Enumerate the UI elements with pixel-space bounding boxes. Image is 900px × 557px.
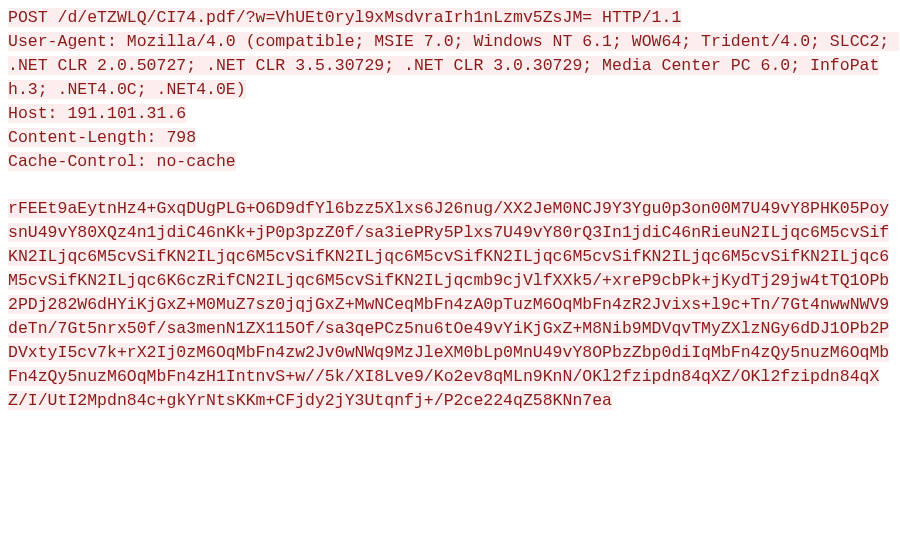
header-user-agent: User-Agent: Mozilla/4.0 (compatible; MSI… [8,32,899,99]
request-line: POST /d/eTZWLQ/CI74.pdf/?w=VhUEt0ryl9xMs… [8,8,681,27]
header-cache-control: Cache-Control: no-cache [8,152,236,171]
header-content-length: Content-Length: 798 [8,128,196,147]
http-request-block: POST /d/eTZWLQ/CI74.pdf/?w=VhUEt0ryl9xMs… [8,6,892,413]
header-host: Host: 191.101.31.6 [8,104,186,123]
request-body: rFEEt9aEytnHz4+GxqDUgPLG+O6D9dfYl6bzz5Xl… [8,199,889,409]
